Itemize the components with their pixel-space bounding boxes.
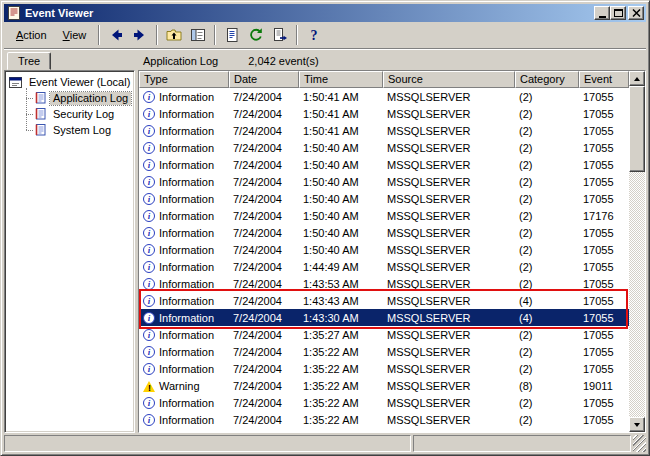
svg-text:?: ? — [311, 28, 318, 43]
scroll-up-icon — [634, 77, 640, 81]
cell-source: MSSQLSERVER — [383, 173, 515, 190]
cell-category: (2) — [515, 224, 579, 241]
event-row[interactable]: iInformation7/24/20041:50:41 AMMSSQLSERV… — [139, 105, 629, 122]
cell-event: 17055 — [579, 241, 629, 258]
event-row[interactable]: iInformation7/24/20041:44:49 AMMSSQLSERV… — [139, 258, 629, 275]
menu-toolbar-band: ActionView ? — [4, 22, 646, 49]
cell-category: (2) — [515, 88, 579, 105]
cell-type: iInformation — [139, 360, 229, 377]
event-row[interactable]: iInformation7/24/20041:50:40 AMMSSQLSERV… — [139, 190, 629, 207]
information-icon: i — [143, 261, 155, 273]
result-pane-count: 2,042 event(s) — [248, 55, 318, 67]
title-bar[interactable]: Event Viewer — [4, 4, 646, 22]
status-panel-left — [4, 435, 411, 452]
information-icon: i — [143, 227, 155, 239]
event-row[interactable]: iInformation7/24/20041:43:30 AMMSSQLSERV… — [139, 309, 629, 326]
tree-item-application-log[interactable]: Application Log — [20, 90, 133, 106]
cell-category: (2) — [515, 207, 579, 224]
resize-grip[interactable] — [633, 435, 646, 452]
cell-date: 7/24/2004 — [229, 241, 299, 258]
event-row[interactable]: iInformation7/24/20041:50:40 AMMSSQLSERV… — [139, 156, 629, 173]
event-row[interactable]: iInformation7/24/20041:43:43 AMMSSQLSERV… — [139, 292, 629, 309]
cell-source: MSSQLSERVER — [383, 309, 515, 326]
event-row[interactable]: iInformation7/24/20041:50:40 AMMSSQLSERV… — [139, 207, 629, 224]
list-header: TypeDateTimeSourceCategoryEvent — [139, 71, 629, 88]
menu-action[interactable]: Action — [8, 26, 55, 44]
tree-item-security-log[interactable]: Security Log — [20, 106, 133, 122]
up-one-level-icon — [166, 27, 182, 43]
cell-time: 1:44:49 AM — [299, 258, 383, 275]
column-header-source[interactable]: Source — [383, 71, 515, 88]
tree-item-system-log[interactable]: System Log — [20, 122, 133, 138]
scrollbar-track[interactable] — [629, 86, 645, 417]
cell-time: 1:35:22 AM — [299, 343, 383, 360]
tab-tree[interactable]: Tree — [7, 52, 51, 70]
cell-date: 7/24/2004 — [229, 292, 299, 309]
column-header-time[interactable]: Time — [299, 71, 383, 88]
refresh-button[interactable] — [244, 24, 268, 46]
export-list-icon — [272, 27, 288, 43]
event-row[interactable]: iInformation7/24/20041:50:41 AMMSSQLSERV… — [139, 122, 629, 139]
properties-button[interactable] — [220, 24, 244, 46]
cell-source: MSSQLSERVER — [383, 411, 515, 428]
scroll-up-button[interactable] — [629, 71, 645, 86]
cell-event: 17055 — [579, 258, 629, 275]
cell-category: (4) — [515, 309, 579, 326]
cell-category: (2) — [515, 139, 579, 156]
export-list-button[interactable] — [268, 24, 292, 46]
cell-time: 1:50:41 AM — [299, 105, 383, 122]
maximize-button[interactable] — [610, 6, 626, 20]
help-icon: ? — [306, 27, 322, 43]
back-button[interactable] — [104, 24, 128, 46]
column-header-type[interactable]: Type — [139, 71, 229, 88]
minimize-button[interactable] — [594, 6, 610, 20]
close-button[interactable] — [628, 6, 644, 20]
cell-date: 7/24/2004 — [229, 394, 299, 411]
forward-button[interactable] — [128, 24, 152, 46]
event-row[interactable]: iInformation7/24/20041:50:40 AMMSSQLSERV… — [139, 173, 629, 190]
cell-source: MSSQLSERVER — [383, 394, 515, 411]
column-header-date[interactable]: Date — [229, 71, 299, 88]
cell-type: iInformation — [139, 190, 229, 207]
cell-category: (2) — [515, 275, 579, 292]
forward-icon — [132, 27, 148, 43]
cell-source: MSSQLSERVER — [383, 88, 515, 105]
up-one-level-button[interactable] — [162, 24, 186, 46]
cell-date: 7/24/2004 — [229, 207, 299, 224]
event-row[interactable]: iInformation7/24/20041:35:22 AMMSSQLSERV… — [139, 411, 629, 428]
status-panel-right — [413, 435, 631, 452]
cell-category: (2) — [515, 394, 579, 411]
cell-source: MSSQLSERVER — [383, 258, 515, 275]
cell-time: 1:50:40 AM — [299, 241, 383, 258]
cell-time: 1:35:22 AM — [299, 360, 383, 377]
cell-date: 7/24/2004 — [229, 309, 299, 326]
event-row[interactable]: iInformation7/24/20041:50:41 AMMSSQLSERV… — [139, 88, 629, 105]
log-icon — [34, 107, 47, 121]
vertical-scrollbar[interactable] — [629, 71, 645, 432]
cell-type: iInformation — [139, 139, 229, 156]
column-header-event[interactable]: Event — [579, 71, 629, 88]
cell-time: 1:50:40 AM — [299, 173, 383, 190]
column-header-category[interactable]: Category — [515, 71, 579, 88]
event-row[interactable]: Warning7/24/20041:35:22 AMMSSQLSERVER(8)… — [139, 377, 629, 394]
cell-event: 17055 — [579, 292, 629, 309]
event-row[interactable]: iInformation7/24/20041:35:22 AMMSSQLSERV… — [139, 394, 629, 411]
menu-view[interactable]: View — [55, 26, 95, 44]
cell-source: MSSQLSERVER — [383, 156, 515, 173]
help-button[interactable]: ? — [302, 24, 326, 46]
tree-item-label: Application Log — [50, 92, 131, 105]
event-row[interactable]: iInformation7/24/20041:50:40 AMMSSQLSERV… — [139, 139, 629, 156]
scroll-down-button[interactable] — [629, 417, 645, 432]
event-row[interactable]: iInformation7/24/20041:43:53 AMMSSQLSERV… — [139, 275, 629, 292]
cell-type: iInformation — [139, 411, 229, 428]
show-hide-tree-button[interactable] — [186, 24, 210, 46]
tab-row: Tree Application Log 2,042 event(s) — [4, 49, 646, 70]
cell-type: iInformation — [139, 292, 229, 309]
event-row[interactable]: iInformation7/24/20041:35:22 AMMSSQLSERV… — [139, 360, 629, 377]
event-row[interactable]: iInformation7/24/20041:35:22 AMMSSQLSERV… — [139, 343, 629, 360]
information-icon: i — [143, 159, 155, 171]
scrollbar-thumb[interactable] — [629, 86, 645, 172]
event-row[interactable]: iInformation7/24/20041:50:40 AMMSSQLSERV… — [139, 224, 629, 241]
event-row[interactable]: iInformation7/24/20041:50:40 AMMSSQLSERV… — [139, 241, 629, 258]
event-row[interactable]: iInformation7/24/20041:35:27 AMMSSQLSERV… — [139, 326, 629, 343]
